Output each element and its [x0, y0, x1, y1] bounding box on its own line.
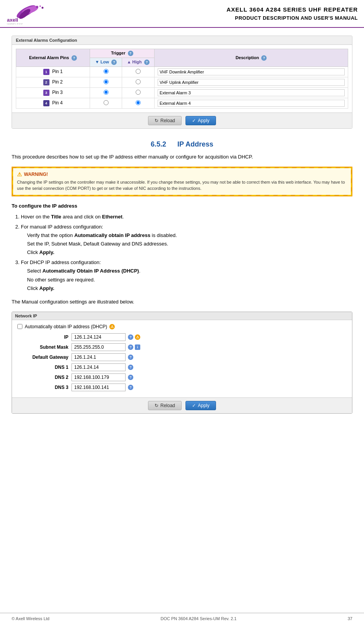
low-radio-1[interactable]	[104, 69, 109, 74]
net-field-row-5: DNS 3 ?	[17, 384, 347, 391]
pin-icon-3: 3	[43, 90, 49, 96]
svg-text:axell: axell	[7, 17, 18, 23]
field-label-2: Default Gateway	[17, 355, 71, 360]
field-icons-0: ?⚠	[128, 334, 140, 340]
field-input-3[interactable]	[71, 363, 126, 371]
step-sub: Set the IP, Subnet Mask, Default Gateway…	[27, 240, 352, 248]
field-label-5: DNS 3	[17, 385, 71, 390]
field-help-icon-0[interactable]: ?	[128, 334, 133, 340]
high-radio-3[interactable]	[136, 90, 141, 95]
field-warn-icon-0[interactable]: ⚠	[135, 334, 140, 340]
field-info-icon-1[interactable]: i	[135, 344, 140, 350]
desc-input-3[interactable]	[158, 89, 345, 96]
high-help-icon[interactable]: ?	[144, 60, 150, 65]
low-radio-2[interactable]	[104, 79, 109, 84]
reload-icon: ↻	[155, 118, 158, 123]
col-high-header: ▲ High ?	[122, 58, 155, 67]
field-help-icon-5[interactable]: ?	[128, 385, 133, 390]
network-panel-body: Automatically obtain IP address (DHCP) ⚠…	[12, 320, 352, 397]
section-intro: This procedure describes how to set up t…	[12, 153, 352, 161]
network-ip-panel: Network IP Automatically obtain IP addre…	[12, 312, 352, 414]
svg-point-8	[42, 7, 44, 9]
high-radio-1[interactable]	[136, 69, 141, 74]
dhcp-warn-icon[interactable]: ⚠	[109, 324, 115, 329]
step-sub: Click Apply.	[27, 248, 352, 257]
desc-input-2[interactable]	[158, 79, 345, 86]
net-field-row-4: DNS 2 ?	[17, 373, 347, 381]
field-input-1[interactable]	[71, 343, 126, 351]
footer-left: © Axell Wireless Ltd	[12, 616, 49, 621]
pin-label-3: Pin 3	[52, 90, 63, 95]
high-radio-cell-1	[122, 67, 155, 77]
desc-cell-4	[154, 98, 348, 109]
alarm-table-row: 2 Pin 2	[16, 77, 348, 88]
footer-center: DOC PN 3604 A284 Series-UM Rev. 2.1	[161, 616, 237, 621]
net-apply-check-icon: ✓	[192, 403, 196, 408]
low-arrow-icon: ▼	[95, 60, 99, 64]
net-field-row-2: Default Gateway ?	[17, 353, 347, 361]
section-heading: 6.5.2 IP Address	[12, 140, 352, 148]
low-radio-4[interactable]	[104, 100, 109, 105]
desc-input-4[interactable]	[158, 100, 345, 107]
manual-config-text: The Manual configuration settings are il…	[12, 298, 352, 306]
alarm-table-row: 1 Pin 1	[16, 67, 348, 77]
desc-cell-2	[154, 77, 348, 88]
alarm-apply-button[interactable]: ✓ Apply	[185, 116, 216, 125]
field-help-icon-1[interactable]: ?	[128, 344, 133, 350]
field-icons-2: ?	[128, 355, 133, 360]
pin-icon-4: 4	[43, 100, 49, 106]
desc-cell-3	[154, 88, 348, 98]
col-low-header: ▼ Low ?	[90, 58, 122, 67]
alarm-panel-title: External Alarms Configuration	[12, 36, 352, 45]
alarm-table: External Alarm Pins ? Trigger ? Descript…	[16, 49, 348, 109]
desc-cell-1	[154, 67, 348, 77]
low-radio-cell-4	[90, 98, 122, 109]
low-radio-cell-2	[90, 77, 122, 88]
net-field-row-3: DNS 1 ?	[17, 363, 347, 371]
configure-title: To configure the IP address	[12, 202, 352, 210]
high-radio-2[interactable]	[136, 79, 141, 84]
dhcp-checkbox[interactable]	[17, 324, 22, 329]
apply-check-icon: ✓	[192, 118, 196, 123]
field-input-4[interactable]	[71, 373, 126, 381]
alarm-table-row: 3 Pin 3	[16, 88, 348, 98]
header-title-line1: AXELL 3604 A284 SERIES UHF REPEATER	[56, 5, 358, 14]
field-help-icon-2[interactable]: ?	[128, 355, 133, 360]
col-trigger-header: Trigger ?	[90, 49, 154, 58]
pin-icon-2: 2	[43, 79, 49, 85]
low-radio-3[interactable]	[104, 90, 109, 95]
warning-box: ⚠ WARNING! Changing the IP settings on t…	[12, 167, 352, 196]
step-sub: Click Apply.	[27, 284, 352, 293]
pin-help-icon[interactable]: ?	[71, 55, 77, 61]
field-icons-5: ?	[128, 385, 133, 390]
instructions: To configure the IP address Hover on the…	[12, 202, 352, 293]
low-radio-cell-3	[90, 88, 122, 98]
step-item: Hover on the Title area and click on Eth…	[21, 213, 352, 221]
low-radio-cell-1	[90, 67, 122, 77]
trigger-help-icon[interactable]: ?	[128, 51, 133, 56]
high-radio-4[interactable]	[136, 100, 141, 105]
alarm-panel-body: External Alarm Pins ? Trigger ? Descript…	[12, 45, 352, 113]
net-field-row-0: IP ?⚠	[17, 333, 347, 341]
network-apply-button[interactable]: ✓ Apply	[185, 401, 216, 410]
col-description-header: Description ?	[154, 49, 348, 67]
field-help-icon-4[interactable]: ?	[128, 375, 133, 380]
desc-input-1[interactable]	[158, 68, 345, 75]
page-header: axell WIRELESS AXELL 3604 A284 SERIES UH…	[0, 0, 364, 28]
field-input-0[interactable]	[71, 333, 126, 341]
net-reload-icon: ↻	[155, 403, 158, 408]
field-label-4: DNS 2	[17, 375, 71, 380]
header-title: AXELL 3604 A284 SERIES UHF REPEATER PROD…	[56, 5, 358, 22]
field-input-5[interactable]	[71, 384, 126, 391]
description-help-icon[interactable]: ?	[261, 55, 267, 61]
steps-list: Hover on the Title area and click on Eth…	[12, 213, 352, 293]
low-help-icon[interactable]: ?	[111, 60, 117, 65]
field-label-0: IP	[17, 334, 71, 340]
pin-label-2: Pin 2	[52, 79, 63, 85]
col-pin-header: External Alarm Pins ?	[16, 49, 90, 67]
field-help-icon-3[interactable]: ?	[128, 365, 133, 370]
network-reload-button[interactable]: ↻ Reload	[148, 401, 182, 410]
alarm-reload-button[interactable]: ↻ Reload	[148, 116, 182, 125]
warning-inner: ⚠ WARNING! Changing the IP settings on t…	[13, 168, 351, 195]
field-input-2[interactable]	[71, 353, 126, 361]
